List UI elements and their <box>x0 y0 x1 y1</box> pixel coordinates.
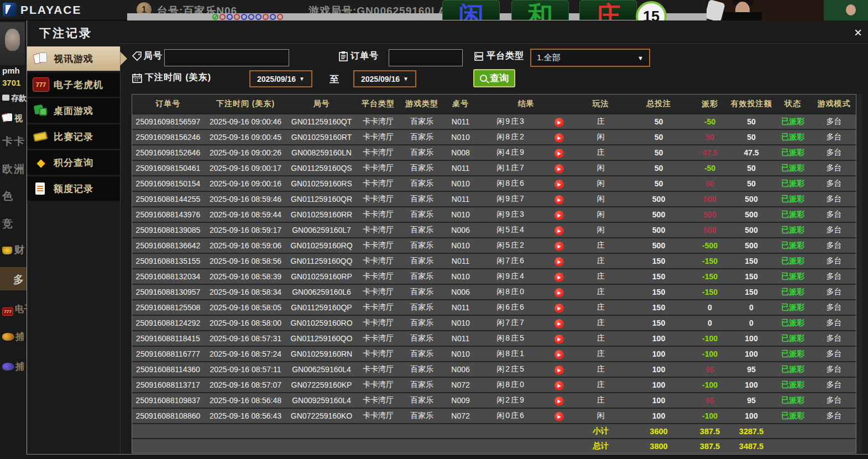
nav-se[interactable]: 色 <box>2 189 14 204</box>
replay-play-icon[interactable]: ▶ <box>555 133 564 143</box>
cell-table-number: N010 <box>443 319 478 327</box>
cell-game-mode: 多台 <box>812 395 856 405</box>
date-from-picker[interactable]: 2025/09/16 ▼ <box>249 70 312 87</box>
nav-duo-label: 多 <box>13 273 24 287</box>
platform-select[interactable]: 1.全部 ▼ <box>530 49 650 67</box>
cell-payout: -50 <box>691 164 729 173</box>
cell-bet-time: 2025-09-16 09:00:46 <box>204 117 287 126</box>
replay-play-icon[interactable]: ▶ <box>555 195 564 205</box>
order-input[interactable] <box>389 49 463 66</box>
sidebar-item-4[interactable]: ◆ 积分查询 <box>27 150 120 175</box>
cell-table-number: N006 <box>443 365 478 374</box>
cell-payout: -100 <box>691 411 729 420</box>
table-row: 250916088143976 2025-09-16 08:59:44 GN01… <box>132 206 856 222</box>
cell-platform: 卡卡湾厅 <box>356 256 400 266</box>
cell-payout: -100 <box>691 334 729 343</box>
video-games-nav[interactable]: 视 <box>2 113 23 124</box>
round-input[interactable] <box>164 49 289 66</box>
replay-play-icon[interactable]: ▶ <box>555 242 564 251</box>
close-icon[interactable]: × <box>850 24 866 41</box>
search-button[interactable]: 查询 <box>473 69 515 87</box>
replay-play-icon[interactable]: ▶ <box>555 412 564 421</box>
sidebar-item-0[interactable]: 视讯游戏 <box>27 46 120 71</box>
nav-fishing-2[interactable]: 捕 <box>2 361 24 373</box>
cell-platform: 卡卡湾厅 <box>356 395 400 405</box>
replay-play-icon[interactable]: ▶ <box>555 226 564 236</box>
tag-icon <box>132 51 143 62</box>
nav-jing[interactable]: 竞 <box>2 217 14 231</box>
nav-slots[interactable]: 777电子 <box>2 304 27 316</box>
cell-replay: ▶ <box>544 194 574 205</box>
banker-bet-zone[interactable]: 庄 <box>579 0 637 20</box>
cell-payout: 0 <box>691 319 729 327</box>
cell-status: 已派彩 <box>773 241 812 251</box>
quota-doc-icon <box>33 181 49 196</box>
scrollbar-track[interactable] <box>856 94 862 453</box>
nav-europe[interactable]: 欧洲 <box>2 162 25 176</box>
cell-order-number: 250916088130957 <box>132 288 204 296</box>
bead-blue <box>227 14 233 20</box>
left-rail: pmh 3701 存款 视 卡卡 欧洲 色 竞 财 多 777电子 捕 捕 <box>0 20 27 459</box>
cell-order-number: 250916098152646 <box>132 148 204 157</box>
table-row: 250916088113717 2025-09-16 08:57:07 GN07… <box>132 377 856 392</box>
cell-result: 闲8庄0 <box>478 287 544 297</box>
cell-table-number: N011 <box>443 303 478 312</box>
replay-play-icon[interactable]: ▶ <box>555 381 564 390</box>
replay-play-icon[interactable]: ▶ <box>555 257 564 267</box>
points-gem-icon: ◆ <box>33 155 49 170</box>
replay-play-icon[interactable]: ▶ <box>555 288 564 298</box>
replay-play-icon[interactable]: ▶ <box>555 397 564 406</box>
replay-play-icon[interactable]: ▶ <box>555 319 564 328</box>
cell-wager-side: 庄 <box>574 302 627 312</box>
replay-play-icon[interactable]: ▶ <box>555 180 564 189</box>
sidebar-item-5[interactable]: 额度记录 <box>27 176 120 201</box>
cell-total-bet: 50 <box>627 179 691 188</box>
player-bet-zone[interactable]: 闲 <box>442 0 500 20</box>
cell-game-type: 百家乐 <box>400 117 443 127</box>
tie-bet-zone[interactable]: 和 <box>511 0 569 20</box>
replay-play-icon[interactable]: ▶ <box>555 211 564 220</box>
table-row: 250916088125508 2025-09-16 08:58:05 GN01… <box>132 299 856 315</box>
date-to-picker[interactable]: 2025/09/16 ▼ <box>353 70 416 87</box>
cell-game-mode: 多台 <box>812 241 856 251</box>
cell-valid-bet: 500 <box>729 241 773 250</box>
cell-round-number: GN072259160KO <box>287 411 356 420</box>
column-header: 桌号 <box>443 99 478 109</box>
cell-valid-bet: 500 <box>729 210 773 219</box>
cell-wager-side: 闲 <box>574 163 627 173</box>
cell-total-bet: 100 <box>627 411 691 420</box>
column-header: 局号 <box>287 99 356 109</box>
dealer-arm <box>707 0 725 20</box>
replay-play-icon[interactable]: ▶ <box>555 164 564 174</box>
cell-replay: ▶ <box>544 272 574 282</box>
cell-bet-time: 2025-09-16 08:57:31 <box>204 334 287 343</box>
cell-game-mode: 多台 <box>812 272 856 281</box>
cell-replay: ▶ <box>544 333 574 344</box>
sidebar-item-3[interactable]: 比赛记录 <box>27 124 120 149</box>
nav-kaka[interactable]: 卡卡 <box>2 134 25 149</box>
nav-fishing-1[interactable]: 捕 <box>2 331 24 343</box>
replay-play-icon[interactable]: ▶ <box>555 350 564 359</box>
sidebar-item-1[interactable]: 777 电子老虎机 <box>27 72 120 97</box>
avatar[interactable] <box>0 22 25 65</box>
dealer-video <box>707 0 868 20</box>
sidebar-item-2[interactable]: 桌面游戏 <box>27 98 120 123</box>
cell-wager-side: 闲 <box>574 179 627 189</box>
replay-play-icon[interactable]: ▶ <box>555 366 564 375</box>
cell-replay: ▶ <box>544 241 574 251</box>
cell-game-mode: 多台 <box>812 333 856 343</box>
cell-round-number: GN010259160RO <box>287 319 356 327</box>
deposit-button[interactable]: 存款 <box>2 93 27 103</box>
nav-rank[interactable]: 财 <box>2 243 24 257</box>
table-row: 250916088124292 2025-09-16 08:58:00 GN01… <box>132 315 856 330</box>
replay-play-icon[interactable]: ▶ <box>555 118 564 127</box>
replay-play-icon[interactable]: ▶ <box>555 335 564 344</box>
replay-play-icon[interactable]: ▶ <box>555 149 564 158</box>
replay-play-icon[interactable]: ▶ <box>555 304 564 313</box>
cell-game-type: 百家乐 <box>400 411 443 421</box>
replay-play-icon[interactable]: ▶ <box>555 273 564 282</box>
cell-wager-side: 庄 <box>574 117 627 127</box>
cell-bet-time: 2025-09-16 08:57:11 <box>204 365 287 374</box>
cell-wager-side: 庄 <box>574 395 627 405</box>
fish-icon <box>2 333 14 341</box>
